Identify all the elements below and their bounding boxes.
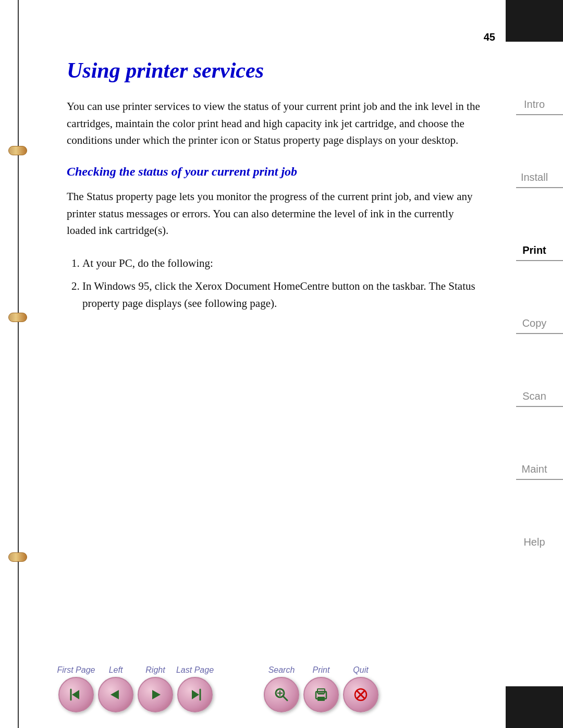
binder-ring xyxy=(8,146,27,155)
binder-strip xyxy=(0,0,35,728)
intro-paragraph: You can use printer services to view the… xyxy=(67,98,485,149)
last-page-button[interactable] xyxy=(177,677,213,712)
sidebar-tab-scan[interactable]: Scan xyxy=(506,360,563,433)
svg-line-7 xyxy=(283,696,287,700)
sidebar-tab-maint[interactable]: Maint xyxy=(506,433,563,505)
section1-heading: Checking the status of your current prin… xyxy=(67,165,485,179)
sidebar-divider xyxy=(516,260,563,261)
svg-rect-11 xyxy=(317,697,325,701)
sidebar-tab-intro[interactable]: Intro xyxy=(506,68,563,141)
left-button[interactable] xyxy=(98,677,133,712)
quit-button[interactable] xyxy=(343,677,378,712)
svg-marker-5 xyxy=(192,690,199,699)
list-item: In Windows 95, click the Xerox Document … xyxy=(82,278,485,312)
sidebar-divider xyxy=(516,187,563,188)
binder-line xyxy=(18,0,19,728)
binder-ring xyxy=(8,552,27,562)
sidebar-tab-copy[interactable]: Copy xyxy=(506,287,563,360)
sidebar-divider xyxy=(516,114,563,115)
nav-search-wrap: Search xyxy=(262,665,301,712)
binder-ring xyxy=(8,313,27,322)
nav-quit-wrap: Quit xyxy=(341,665,381,712)
search-label: Search xyxy=(262,665,301,675)
nav-last-wrap: Last Page xyxy=(175,665,215,712)
right-sidebar: IntroInstallPrintCopyScanMaintHelp xyxy=(506,0,563,728)
svg-marker-1 xyxy=(72,690,79,699)
right-button[interactable] xyxy=(138,677,173,712)
nav-left-wrap: Left xyxy=(96,665,136,712)
section1-body: The Status property page lets you monito… xyxy=(67,188,485,239)
sidebar-tab-install[interactable]: Install xyxy=(506,141,563,214)
first-page-button[interactable] xyxy=(58,677,94,712)
sidebar-tab-help[interactable]: Help xyxy=(506,505,563,578)
main-content: Using printer services You can use print… xyxy=(35,0,506,728)
nav-print-wrap: Print xyxy=(301,665,341,712)
sidebar-divider xyxy=(516,479,563,480)
right-label: Right xyxy=(136,665,175,675)
left-label: Left xyxy=(96,665,136,675)
print-button[interactable] xyxy=(303,677,339,712)
first-page-label: First Page xyxy=(56,665,96,675)
nav-right-wrap: Right xyxy=(136,665,175,712)
print-label: Print xyxy=(301,665,341,675)
search-button[interactable] xyxy=(264,677,299,712)
svg-marker-3 xyxy=(152,690,161,699)
bottom-nav: First Page Left Right Last Page xyxy=(35,645,503,712)
sidebar-bottom-bar xyxy=(506,686,563,728)
instructions-list: At your PC, do the following: In Windows… xyxy=(67,255,485,312)
sidebar-divider xyxy=(516,333,563,334)
sidebar-divider xyxy=(516,406,563,407)
sidebar-tab-print[interactable]: Print xyxy=(506,214,563,287)
svg-marker-2 xyxy=(111,690,119,699)
last-page-label: Last Page xyxy=(175,665,215,675)
nav-first-wrap: First Page xyxy=(56,665,96,712)
page-title: Using printer services xyxy=(67,57,485,83)
sidebar-top-bar xyxy=(506,0,563,42)
quit-label: Quit xyxy=(341,665,381,675)
list-item: At your PC, do the following: xyxy=(82,255,485,272)
